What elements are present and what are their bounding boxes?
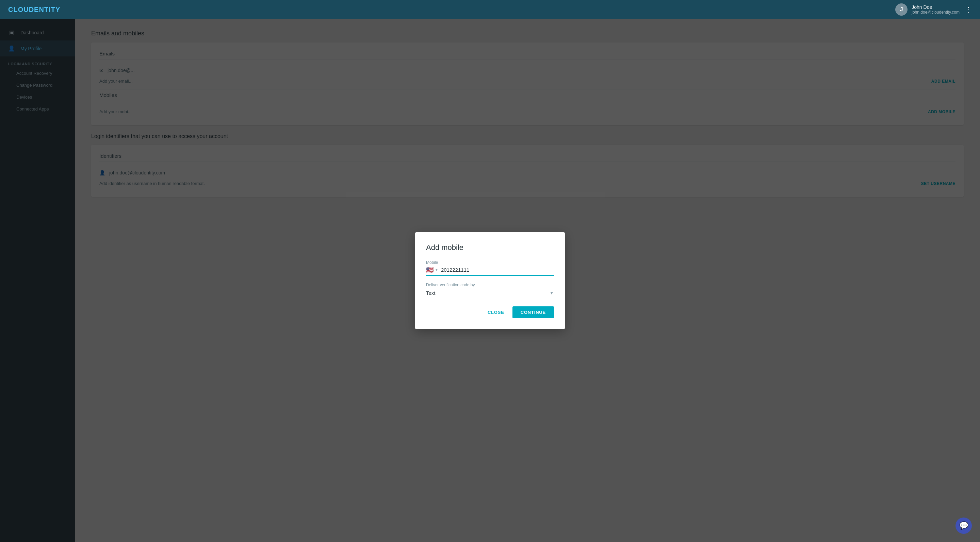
avatar: J [895,3,907,16]
deliver-select-row[interactable]: Text ▼ [426,290,554,298]
mobile-field: Mobile 🇺🇸 ▼ [426,260,554,276]
user-info: John Doe john.doe@cloudentity.com [912,5,959,14]
flag-select[interactable]: 🇺🇸 ▼ [426,266,438,274]
flag-icon: 🇺🇸 [426,266,434,274]
logo-cloud: CLOUD [8,6,34,13]
continue-button[interactable]: CONTINUE [512,306,554,318]
modal-actions: CLOSE CONTINUE [426,306,554,318]
mobile-label: Mobile [426,260,554,265]
header-more-icon[interactable]: ⋮ [965,5,972,14]
header-right: J John Doe john.doe@cloudentity.com ⋮ [895,3,972,16]
modal-overlay: Add mobile Mobile 🇺🇸 ▼ Deliver verificat… [0,19,980,542]
app-logo: CLOUDENTITY [8,6,60,14]
chat-button[interactable]: 💬 [956,518,972,534]
user-name: John Doe [912,5,959,10]
user-email: john.doe@cloudentity.com [912,10,959,14]
app-header: CLOUDENTITY J John Doe john.doe@cloudent… [0,0,980,19]
modal-title: Add mobile [426,243,554,252]
deliver-value: Text [426,290,436,296]
deliver-chevron-icon[interactable]: ▼ [549,290,554,295]
chat-icon: 💬 [959,521,969,530]
mobile-input-row: 🇺🇸 ▼ [426,266,554,276]
add-mobile-modal: Add mobile Mobile 🇺🇸 ▼ Deliver verificat… [415,232,565,329]
close-button[interactable]: CLOSE [484,306,508,318]
deliver-label: Deliver verification code by [426,282,554,287]
mobile-number-input[interactable] [441,267,554,273]
header-user[interactable]: J John Doe john.doe@cloudentity.com [895,3,959,16]
flag-chevron-icon: ▼ [435,268,438,272]
logo-entity: ENTITY [34,6,60,13]
deliver-section: Deliver verification code by Text ▼ [426,282,554,298]
